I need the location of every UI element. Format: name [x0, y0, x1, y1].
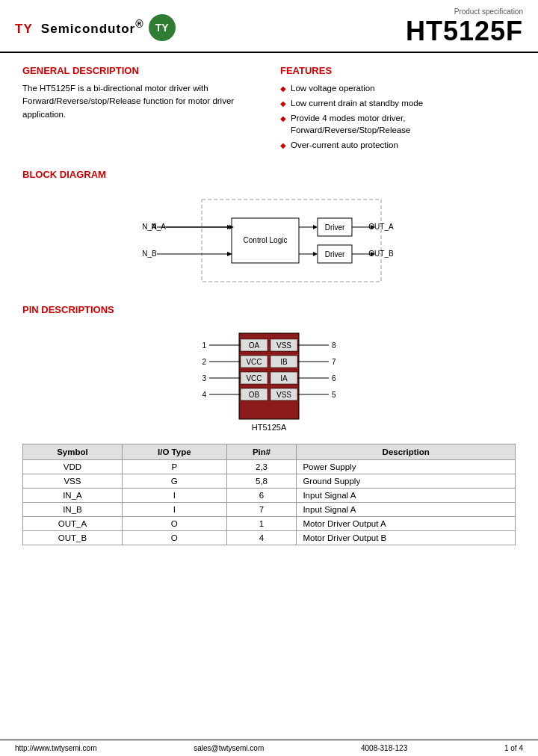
table-row: VSS G 5,8 Ground Supply	[23, 474, 516, 489]
cell-pin: 5,8	[226, 474, 297, 489]
table-row: IN_A I 6 Input Signal A	[23, 489, 516, 503]
block-diagram-section: BLOCK DIAGRAM Control Logic Driver Drive…	[22, 169, 516, 289]
bullet-icon: ◆	[280, 114, 286, 124]
features-section: FEATURES ◆ Low voltage operation ◆ Low c…	[280, 65, 516, 154]
feature-text: Low voltage operation	[291, 82, 375, 94]
svg-text:2: 2	[202, 358, 206, 366]
cell-io: I	[122, 503, 226, 517]
cell-symbol: OUT_A	[23, 517, 123, 531]
cell-io: G	[122, 474, 226, 489]
footer-phone: 4008-318-123	[361, 744, 407, 752]
bullet-icon: ◆	[280, 140, 286, 151]
svg-text:Driver: Driver	[325, 223, 345, 232]
general-description-section: GENERAL DESCRIPTION The HT5125F is a bi-…	[22, 65, 258, 154]
footer-email: sales@twtysemi.com	[194, 744, 264, 752]
page-header: TY Semicondutor® TY Product specificatio…	[0, 0, 538, 53]
product-spec-area: Product specification HT5125F	[406, 7, 523, 47]
svg-text:5: 5	[332, 391, 336, 399]
svg-text:HT5125A: HT5125A	[252, 423, 287, 432]
feature-text: Over-current auto protection	[291, 139, 398, 151]
ty-red: TY	[15, 22, 32, 36]
list-item: ◆ Low voltage operation	[280, 82, 516, 94]
col-pin: Pin#	[226, 444, 297, 460]
cell-io: I	[122, 489, 226, 503]
cell-desc: Ground Supply	[297, 474, 516, 489]
bullet-icon: ◆	[280, 99, 286, 109]
cell-desc: Motor Driver Output B	[297, 531, 516, 545]
feature-text: Low current drain at standby mode	[291, 97, 423, 109]
table-header-row: Symbol I/O Type Pin# Description	[23, 444, 516, 460]
cell-symbol: VDD	[23, 460, 123, 474]
table-row: VDD P 2,3 Power Supply	[23, 460, 516, 474]
cell-desc: Motor Driver Output A	[297, 517, 516, 531]
cell-desc: Power Supply	[297, 460, 516, 474]
col-symbol: Symbol	[23, 444, 123, 460]
cell-symbol: IN_A	[23, 489, 123, 503]
footer-website: http://www.twtysemi.com	[15, 744, 96, 752]
bullet-icon: ◆	[280, 84, 286, 94]
table-row: OUT_A O 1 Motor Driver Output A	[23, 517, 516, 531]
footer-page: 1 of 4	[504, 744, 523, 752]
cell-pin: 2,3	[226, 460, 297, 474]
list-item: ◆ Low current drain at standby mode	[280, 97, 516, 109]
general-description-title: GENERAL DESCRIPTION	[22, 65, 258, 76]
intro-section: GENERAL DESCRIPTION The HT5125F is a bi-…	[22, 65, 516, 154]
svg-text:VSS: VSS	[276, 391, 291, 399]
svg-text:VCC: VCC	[246, 358, 262, 366]
svg-text:VSS: VSS	[276, 341, 291, 350]
svg-text:N_A: N_A	[142, 223, 157, 231]
block-diagram-title: BLOCK DIAGRAM	[22, 169, 516, 180]
ic-pin-diagram: OA 1 VCC 2 VCC 3 OB 4	[194, 326, 344, 438]
main-content: GENERAL DESCRIPTION The HT5125F is a bi-…	[0, 53, 538, 568]
cell-pin: 6	[226, 489, 297, 503]
table-row: IN_B I 7 Input Signal A	[23, 503, 516, 517]
list-item: ◆ Over-current auto protection	[280, 139, 516, 151]
cell-io: O	[122, 517, 226, 531]
company-name-text: TY Semicondutor®	[15, 18, 144, 37]
svg-text:OA: OA	[249, 341, 260, 350]
svg-marker-20	[313, 252, 318, 256]
cell-pin: 7	[226, 503, 297, 517]
svg-text:1: 1	[202, 341, 206, 350]
features-list: ◆ Low voltage operation ◆ Low current dr…	[280, 82, 516, 151]
cell-pin: 4	[226, 531, 297, 545]
col-description: Description	[297, 444, 516, 460]
svg-text:4: 4	[202, 391, 206, 399]
product-title: HT5125F	[406, 16, 523, 47]
svg-text:VCC: VCC	[246, 374, 262, 382]
pin-table: Symbol I/O Type Pin# Description VDD P 2…	[22, 444, 516, 545]
feature-text: Provide 4 modes motor driver, Forward/Re…	[291, 112, 516, 136]
general-description-text: The HT5125F is a bi-directional motor dr…	[22, 82, 258, 121]
svg-text:Control Logic: Control Logic	[244, 236, 288, 244]
cell-io: O	[122, 531, 226, 545]
registered-mark: ®	[135, 18, 143, 30]
svg-marker-18	[313, 225, 318, 229]
features-title: FEATURES	[280, 65, 516, 76]
page-footer: http://www.twtysemi.com sales@twtysemi.c…	[0, 740, 538, 756]
cell-desc: Input Signal A	[297, 489, 516, 503]
cell-pin: 1	[226, 517, 297, 531]
cell-io: P	[122, 460, 226, 474]
svg-text:Driver: Driver	[325, 250, 345, 258]
cell-symbol: IN_B	[23, 503, 123, 517]
svg-text:8: 8	[332, 341, 336, 350]
logo-area: TY Semicondutor® TY	[15, 14, 176, 41]
company-name: TY Semicondutor®	[15, 18, 144, 37]
svg-text:OUT_A: OUT_A	[368, 223, 394, 231]
cell-symbol: VSS	[23, 474, 123, 489]
cell-desc: Input Signal A	[297, 503, 516, 517]
svg-text:3: 3	[202, 374, 206, 382]
list-item: ◆ Provide 4 modes motor driver, Forward/…	[280, 112, 516, 136]
svg-text:IB: IB	[280, 358, 288, 366]
svg-text:OUT_B: OUT_B	[368, 250, 394, 258]
svg-text:IA: IA	[280, 374, 288, 382]
product-spec-label: Product specification	[406, 7, 523, 16]
svg-text:6: 6	[332, 374, 336, 382]
diagram-container: Control Logic Driver Driver N_A N_A	[22, 192, 516, 289]
cell-symbol: OUT_B	[23, 531, 123, 545]
ty-logo-circle: TY	[149, 14, 176, 41]
pin-descriptions-title: PIN DESCRIPTIONS	[22, 304, 516, 315]
pin-diagram-container: OA 1 VCC 2 VCC 3 OB 4	[22, 326, 516, 438]
svg-text:7: 7	[332, 358, 336, 366]
svg-text:N_B: N_B	[142, 250, 157, 258]
